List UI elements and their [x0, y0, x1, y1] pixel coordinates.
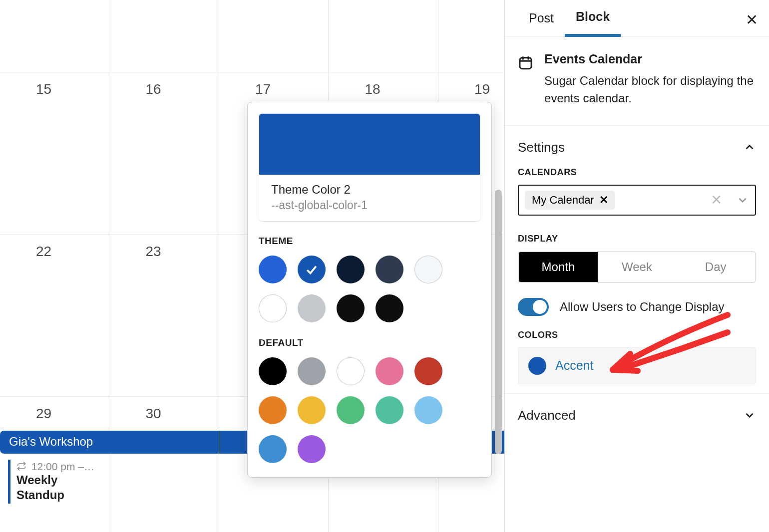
color-swatch[interactable]	[376, 256, 403, 283]
color-css-var: --ast-global-color-1	[259, 199, 480, 221]
allow-change-display-toggle[interactable]	[518, 298, 549, 316]
calendars-select[interactable]: My Calendar✕ ✕	[518, 185, 756, 216]
chevron-up-icon	[743, 141, 756, 154]
color-swatch[interactable]	[298, 294, 326, 322]
day-number[interactable]: 29	[36, 406, 109, 422]
default-swatches	[259, 357, 480, 463]
color-swatch[interactable]	[376, 357, 403, 385]
color-preview	[259, 114, 480, 175]
color-swatch[interactable]	[414, 256, 442, 283]
clear-icon[interactable]: ✕	[711, 192, 722, 208]
tab-post[interactable]: Post	[518, 1, 565, 35]
panel-settings-header[interactable]: Settings	[518, 140, 756, 155]
display-label: DISPLAY	[518, 234, 756, 244]
swatch-group-default-label: DEFAULT	[259, 337, 480, 348]
theme-swatches	[259, 256, 480, 322]
repeat-icon	[16, 461, 26, 471]
day-number[interactable]: 22	[36, 244, 109, 260]
color-swatch[interactable]	[259, 294, 287, 322]
color-swatch[interactable]	[376, 396, 403, 424]
color-swatch[interactable]	[298, 435, 326, 463]
block-title: Events Calendar	[544, 52, 756, 66]
color-swatch[interactable]	[259, 396, 287, 424]
day-number[interactable]: 15	[36, 81, 109, 97]
color-swatch[interactable]	[414, 357, 442, 385]
calendars-label: CALENDARS	[518, 167, 756, 178]
tab-block[interactable]: Block	[565, 0, 621, 37]
color-swatch[interactable]	[337, 256, 365, 283]
color-popover: Theme Color 2 --ast-global-color-1 THEME…	[247, 102, 492, 478]
day-number[interactable]: 23	[145, 244, 218, 260]
accent-color-label: Accent	[555, 358, 593, 373]
swatch-group-theme-label: THEME	[259, 236, 480, 247]
block-icon	[518, 52, 533, 74]
event-item[interactable]: 12:00 pm –… Weekly Standup	[8, 460, 109, 504]
display-day[interactable]: Day	[676, 252, 755, 282]
color-swatch[interactable]	[337, 357, 365, 385]
display-segmented: Month Week Day	[518, 251, 756, 283]
display-month[interactable]: Month	[519, 252, 598, 282]
color-swatch[interactable]	[259, 357, 287, 385]
day-number[interactable]: 17	[255, 81, 328, 97]
chevron-down-icon	[743, 409, 756, 422]
color-swatch[interactable]	[337, 294, 365, 322]
display-week[interactable]: Week	[598, 252, 677, 282]
color-swatch[interactable]	[337, 396, 365, 424]
inspector-sidebar: Post Block ✕ Events Calendar Sugar Calen…	[504, 0, 769, 532]
day-number[interactable]: 19	[474, 81, 504, 97]
color-name: Theme Color 2	[259, 175, 480, 199]
day-number[interactable]: 30	[145, 406, 218, 422]
color-swatch[interactable]	[376, 294, 403, 322]
accent-color-swatch	[528, 357, 546, 375]
remove-chip-icon[interactable]: ✕	[599, 194, 608, 207]
toggle-label: Allow Users to Change Display	[560, 300, 724, 314]
accent-color-row[interactable]: Accent	[518, 347, 756, 384]
color-swatch[interactable]	[414, 396, 442, 424]
block-description: Sugar Calendar block for displaying the …	[544, 72, 756, 107]
svg-rect-0	[520, 58, 531, 69]
color-swatch[interactable]	[259, 435, 287, 463]
color-swatch[interactable]	[298, 396, 326, 424]
panel-advanced[interactable]: Advanced	[505, 394, 769, 432]
day-number[interactable]: 16	[145, 81, 218, 97]
color-swatch[interactable]	[298, 357, 326, 385]
color-swatch[interactable]	[298, 256, 326, 283]
color-swatch[interactable]	[259, 256, 287, 283]
panel-settings: Settings CALENDARS My Calendar✕ ✕ DISPLA…	[505, 126, 769, 394]
calendar-chip[interactable]: My Calendar✕	[525, 191, 615, 210]
scrollbar[interactable]	[495, 190, 502, 454]
day-number[interactable]: 18	[365, 81, 437, 97]
close-icon[interactable]: ✕	[746, 11, 758, 28]
chevron-down-icon	[736, 194, 749, 207]
colors-label: COLORS	[518, 330, 756, 340]
